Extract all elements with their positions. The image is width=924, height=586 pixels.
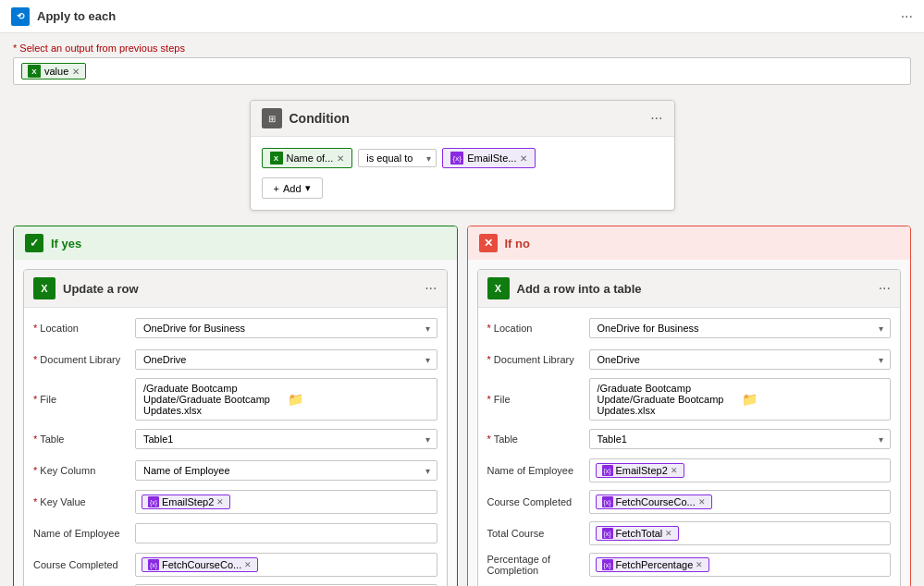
field-row-name-employee: Name of Employee (33, 520, 437, 546)
no-total-course-value: {x} FetchTotal ✕ (589, 521, 892, 545)
course-completed-label: Course Completed (33, 559, 135, 570)
no-percentage-value: {x} FetchPercentage ✕ (589, 553, 892, 577)
table-select[interactable]: Table1 (135, 429, 437, 449)
chip-icon: {x} (148, 496, 159, 507)
no-name-employee-label: Name of Employee (487, 465, 589, 476)
no-total-course-label: Total Course (487, 528, 589, 539)
key-column-select[interactable]: Name of Employee (135, 460, 437, 481)
update-row-excel-icon: X (33, 277, 55, 299)
branches: ✓ If yes X Update a row ··· Location (13, 226, 911, 586)
no-emailstep2-chip: {x} EmailStep2 ✕ (596, 463, 684, 478)
condition-left-close[interactable]: ✕ (337, 153, 344, 164)
field-row-doc-library: Document Library OneDrive (33, 347, 437, 372)
add-label: Add (283, 183, 302, 194)
no-field-row-doc-library: Document Library OneDrive (487, 347, 892, 372)
branch-yes: ✓ If yes X Update a row ··· Location (13, 226, 458, 586)
value-tag: X value ✕ (21, 63, 86, 79)
apply-to-each-icon: ⟲ (11, 7, 30, 26)
update-row-more-options[interactable]: ··· (425, 280, 437, 297)
fetchcourseco-close[interactable]: ✕ (244, 560, 252, 569)
update-row-header: X Update a row ··· (24, 270, 447, 308)
no-chip-icon: {x} (602, 465, 613, 476)
condition-container: ⊞ Condition ··· X Name of... ✕ is equal … (13, 100, 911, 211)
file-value: /Graduate Bootcamp Update/Graduate Bootc… (135, 378, 437, 421)
operator-select[interactable]: is equal to (358, 149, 437, 167)
no-total-course-field[interactable]: {x} FetchTotal ✕ (589, 521, 892, 545)
file-input[interactable]: /Graduate Bootcamp Update/Graduate Bootc… (135, 378, 437, 421)
no-name-employee-field[interactable]: {x} EmailStep2 ✕ (589, 458, 892, 482)
excel-icon: X (28, 65, 41, 78)
no-field-row-total-course: Total Course {x} FetchTotal ✕ (487, 520, 892, 546)
key-value-field[interactable]: {x} EmailStep2 ✕ (135, 490, 437, 514)
emailstep2-chip: {x} EmailStep2 ✕ (142, 494, 230, 509)
table-value: Table1 (135, 429, 437, 449)
no-fetchpercentage-close[interactable]: ✕ (696, 560, 703, 569)
no-file-input[interactable]: /Graduate Bootcamp Update/Graduate Bootc… (589, 378, 892, 421)
excel-small-icon: X (270, 152, 283, 165)
no-fetchcourseco-close[interactable]: ✕ (698, 497, 706, 507)
operator-select-wrapper: is equal to (358, 149, 437, 167)
location-select[interactable]: OneDrive for Business (135, 318, 437, 338)
add-row-card: X Add a row into a table ··· Location On… (477, 269, 902, 586)
no-fetchtotal-close[interactable]: ✕ (665, 529, 672, 538)
file-path: /Graduate Bootcamp Update/Graduate Bootc… (143, 383, 284, 416)
update-row-title: Update a row (63, 282, 417, 296)
if-yes-label: If yes (51, 237, 81, 250)
course-completed-field[interactable]: {x} FetchCourseCo... ✕ (135, 553, 437, 577)
no-emailstep2-label: EmailStep2 (616, 465, 668, 476)
no-field-row-location: Location OneDrive for Business (487, 315, 892, 341)
top-bar-more-options[interactable]: ··· (901, 8, 913, 25)
no-emailstep2-close[interactable]: ✕ (671, 466, 678, 475)
folder-icon: 📁 (288, 392, 428, 407)
key-column-label: Key Column (33, 465, 135, 476)
course-completed-value: {x} FetchCourseCo... ✕ (135, 553, 437, 577)
no-fetchcourseco-label: FetchCourseCo... (616, 496, 696, 507)
update-row-card: X Update a row ··· Location OneDrive for… (23, 269, 448, 586)
condition-right-close[interactable]: ✕ (520, 153, 527, 164)
name-employee-input[interactable] (135, 523, 437, 543)
main-content: Select an output from previous steps X v… (0, 33, 924, 586)
no-file-path: /Graduate Bootcamp Update/Graduate Bootc… (598, 383, 738, 416)
condition-right-label: EmailSte... (467, 153, 516, 164)
add-row-title: Add a row into a table (517, 282, 871, 296)
branch-no-header: ✕ If no (468, 226, 911, 260)
purple-icon: {x} (450, 152, 463, 165)
no-fetchtotal-label: FetchTotal (616, 528, 663, 539)
no-doc-library-label: Document Library (487, 354, 589, 365)
add-condition-button[interactable]: + Add ▾ (262, 177, 323, 199)
condition-header: ⊞ Condition ··· (251, 101, 674, 137)
condition-title: Condition (290, 111, 651, 126)
checkmark-icon: ✓ (25, 234, 43, 252)
output-tag-input[interactable]: X value ✕ (13, 57, 911, 85)
location-value: OneDrive for Business (135, 318, 437, 338)
fetchcourseco-label: FetchCourseCo... (162, 559, 241, 570)
chevron-down-icon: ▾ (305, 182, 311, 194)
key-value-value: {x} EmailStep2 ✕ (135, 490, 437, 514)
no-fetchpercentage-chip: {x} FetchPercentage ✕ (596, 557, 710, 572)
branch-no: ✕ If no X Add a row into a table ··· Loc… (467, 226, 912, 586)
branch-yes-header: ✓ If yes (14, 226, 457, 260)
no-name-employee-value: {x} EmailStep2 ✕ (589, 458, 892, 482)
condition-row: X Name of... ✕ is equal to {x} EmailSte.… (262, 148, 663, 168)
no-course-completed-field[interactable]: {x} FetchCourseCo... ✕ (589, 490, 892, 514)
condition-left-label: Name of... (287, 153, 334, 164)
doc-library-select[interactable]: OneDrive (135, 349, 437, 370)
no-course-completed-label: Course Completed (487, 496, 589, 507)
condition-more-options[interactable]: ··· (650, 110, 662, 127)
add-icon: + (274, 183, 279, 194)
no-doc-library-select[interactable]: OneDrive (589, 349, 892, 370)
if-no-label: If no (505, 237, 530, 250)
select-output-label: Select an output from previous steps (13, 43, 911, 54)
top-bar-title: Apply to each (37, 9, 901, 23)
emailstep2-close[interactable]: ✕ (216, 497, 224, 507)
no-fetchtotal-chip: {x} FetchTotal ✕ (596, 526, 680, 541)
chip-icon: {x} (148, 559, 159, 570)
field-row-location: Location OneDrive for Business (33, 315, 437, 341)
condition-icon: ⊞ (262, 108, 282, 128)
no-table-select[interactable]: Table1 (589, 429, 892, 449)
no-percentage-field[interactable]: {x} FetchPercentage ✕ (589, 553, 892, 577)
doc-library-value: OneDrive (135, 349, 437, 370)
add-row-more-options[interactable]: ··· (879, 280, 891, 297)
no-location-select[interactable]: OneDrive for Business (589, 318, 892, 338)
value-tag-close[interactable]: ✕ (72, 67, 80, 77)
